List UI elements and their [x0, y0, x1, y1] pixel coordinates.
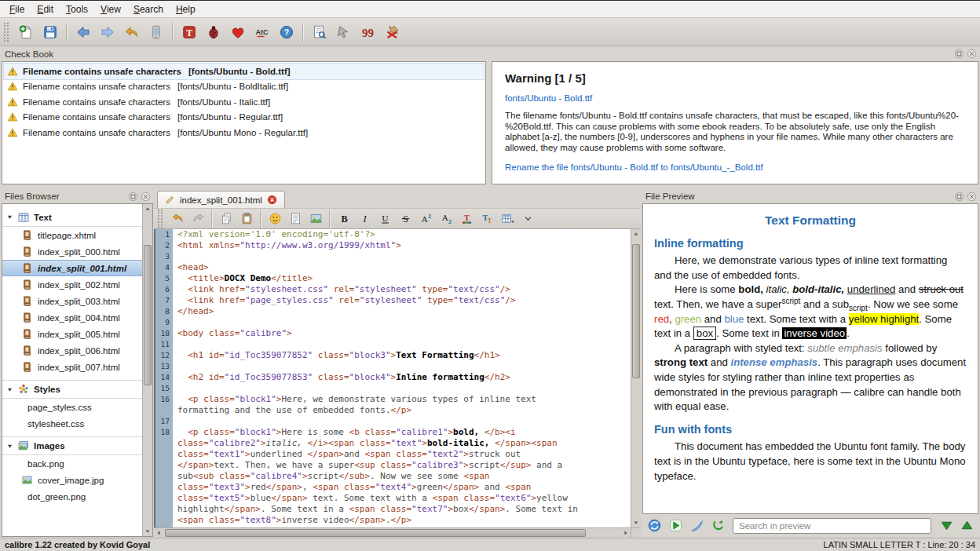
code-text[interactable]: <html xmlns="http://www.w3.org/1999/xhtm… — [173, 240, 631, 251]
file-item[interactable]: index_split_007.html — [2, 359, 142, 375]
code-text[interactable]: </head> — [173, 306, 631, 317]
redo-button[interactable] — [188, 210, 207, 228]
copy-button[interactable] — [217, 210, 236, 228]
donate-button[interactable] — [227, 21, 249, 43]
paste-button[interactable] — [237, 210, 256, 228]
float-panel-icon[interactable] — [954, 49, 964, 59]
file-item[interactable]: page_styles.css — [2, 399, 142, 415]
insert-image-button[interactable] — [306, 210, 325, 228]
close-panel-icon[interactable] — [967, 192, 977, 202]
italic-button[interactable]: I — [355, 210, 374, 228]
scroll-right-icon[interactable] — [621, 528, 631, 538]
files-section-text[interactable]: Text — [2, 208, 142, 227]
undo-button[interactable] — [121, 21, 143, 43]
close-tab-icon[interactable] — [267, 195, 277, 205]
scroll-down-icon[interactable] — [631, 518, 641, 527]
editor-vertical-scrollbar[interactable] — [631, 229, 641, 527]
files-scrollbar[interactable] — [142, 204, 152, 536]
close-panel-icon[interactable] — [967, 49, 977, 59]
open-in-browser-button[interactable] — [687, 516, 706, 535]
menu-edit[interactable]: Edit — [31, 2, 60, 16]
device-preview-button[interactable] — [145, 21, 167, 43]
check-item[interactable]: Filename contains unsafe characters[font… — [4, 110, 484, 126]
close-panel-icon[interactable] — [141, 192, 151, 202]
code-text[interactable] — [173, 339, 631, 350]
code-text[interactable]: <?xml version='1.0' encoding='utf-8'?> — [173, 229, 631, 240]
strikethrough-button[interactable]: S — [396, 210, 415, 228]
editor-tab[interactable]: index_split_001.html — [157, 191, 285, 208]
remove-unused-css-button[interactable] — [382, 21, 404, 43]
file-item[interactable]: titlepage.xhtml — [2, 227, 142, 243]
insert-table-button[interactable] — [498, 210, 517, 228]
scroll-down-icon[interactable] — [143, 527, 152, 536]
scroll-up-icon[interactable] — [631, 229, 641, 239]
subscript-button[interactable]: A2 — [437, 210, 455, 228]
check-item[interactable]: Filename contains unsafe characters[font… — [4, 94, 484, 110]
back-button[interactable] — [72, 21, 94, 43]
code-text[interactable]: <h1 id="id_Toc359077852" class="block3">… — [173, 350, 631, 361]
code-text[interactable]: <link href="page_styles.css" rel="styles… — [173, 295, 631, 306]
special-char-button[interactable] — [265, 210, 284, 228]
code-text[interactable]: <body class="calibre"> — [173, 328, 631, 339]
reports-button[interactable] — [309, 21, 331, 43]
code-text[interactable] — [173, 317, 631, 328]
help-button[interactable]: ? — [276, 21, 298, 43]
menu-tools[interactable]: Tools — [60, 2, 94, 16]
menu-file[interactable]: File — [3, 2, 31, 16]
code-view-button[interactable] — [286, 210, 305, 228]
sync-preview-button[interactable] — [645, 516, 664, 535]
file-item[interactable]: dot_green.png — [2, 488, 142, 505]
files-section-images[interactable]: Images — [2, 436, 142, 455]
scrollbar-track[interactable] — [143, 213, 152, 527]
file-item[interactable]: index_split_005.html — [2, 326, 142, 342]
search-in-preview-input[interactable] — [733, 518, 931, 534]
find-next-button[interactable] — [937, 516, 956, 535]
manage-fonts-button[interactable]: TT — [477, 210, 496, 228]
scroll-up-icon[interactable] — [143, 204, 152, 213]
toolbar-grip[interactable] — [158, 210, 163, 228]
float-panel-icon[interactable] — [954, 192, 964, 202]
save-book-button[interactable] — [39, 21, 61, 43]
undo-button[interactable] — [168, 210, 187, 228]
warning-rename-link[interactable]: Rename the file fonts/Ubuntu - Bold.ttf … — [505, 162, 763, 172]
arrange-files-button[interactable] — [333, 21, 355, 43]
menu-search[interactable]: Search — [127, 2, 170, 16]
file-item[interactable]: index_split_003.html — [2, 293, 142, 309]
code-text[interactable] — [173, 361, 631, 372]
toolbar-grip[interactable] — [4, 23, 9, 42]
scrollbar-thumb[interactable] — [165, 529, 586, 537]
file-item[interactable]: back.png — [2, 455, 142, 472]
code-text[interactable]: <h2 id="id_Toc359077853" class="block4">… — [173, 372, 631, 383]
code-text[interactable] — [173, 383, 631, 394]
scrollbar-track[interactable] — [631, 239, 641, 518]
check-item[interactable]: Filename contains unsafe characters[font… — [4, 79, 484, 95]
menu-help[interactable]: Help — [170, 2, 202, 16]
code-text[interactable]: <title>DOCX Demo</title> — [173, 273, 631, 284]
file-item[interactable]: index_split_000.html — [2, 243, 142, 260]
files-section-styles[interactable]: Styles — [2, 380, 142, 399]
file-item[interactable]: index_split_006.html — [2, 342, 142, 359]
splitter[interactable] — [486, 61, 492, 184]
check-item[interactable]: Filename contains unsafe characters[font… — [4, 125, 484, 140]
smarten-punctuation-button[interactable]: 99 — [357, 21, 379, 43]
code-text[interactable] — [173, 251, 631, 262]
code-text[interactable]: <link href="stylesheet.css" rel="stylesh… — [173, 284, 631, 295]
check-item[interactable]: Filename contains unsafe characters[font… — [4, 64, 484, 79]
superscript-button[interactable]: A2 — [416, 210, 435, 228]
code-text[interactable] — [173, 416, 631, 427]
file-item[interactable]: index_split_001.html — [2, 260, 142, 276]
scrollbar-track[interactable] — [163, 528, 621, 538]
overflow-button[interactable] — [518, 210, 537, 228]
warning-file-link[interactable]: fonts/Ubuntu - Bold.ttf — [505, 93, 592, 103]
code-text[interactable]: <head> — [173, 262, 631, 273]
file-item[interactable]: index_split_002.html — [2, 276, 142, 293]
float-panel-icon[interactable] — [128, 192, 138, 202]
find-previous-button[interactable] — [957, 516, 976, 535]
code-text[interactable]: <p class="block1">Here, we demonstrate v… — [173, 394, 631, 416]
scrollbar-thumb[interactable] — [144, 245, 152, 386]
editor-horizontal-scrollbar[interactable] — [154, 527, 631, 538]
file-item[interactable]: stylesheet.css — [2, 415, 142, 432]
file-item[interactable]: index_split_004.html — [2, 309, 142, 326]
scrollbar-thumb[interactable] — [632, 244, 640, 378]
scroll-left-icon[interactable] — [154, 528, 163, 538]
